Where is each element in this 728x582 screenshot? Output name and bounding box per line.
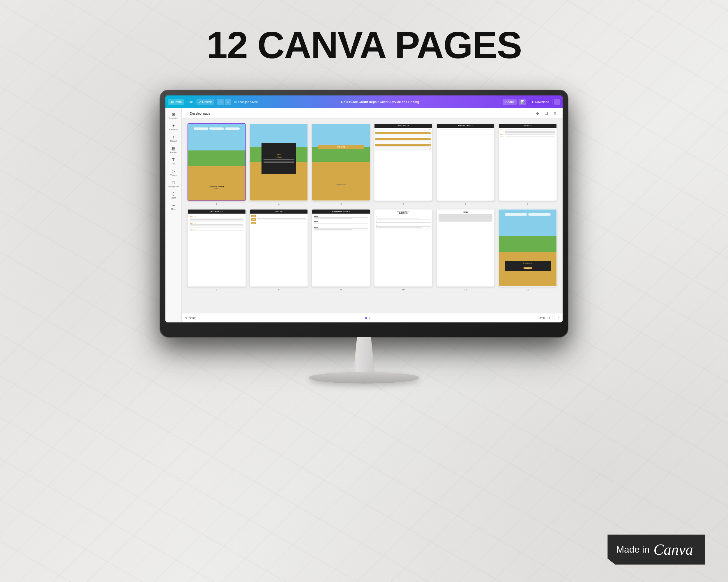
document-title[interactable]: Gold Black Credit Repair Client Service …	[259, 100, 501, 104]
page-9-thumbnail[interactable]: ADDITIONAL SERVICE $200	[312, 209, 370, 287]
page-7-thumbnail[interactable]: TESTIMONIALS ★★★★★ ★★★★★	[187, 209, 246, 287]
page-8-thumbnail[interactable]: TIMELINE 2020 2021	[250, 209, 308, 287]
page-10-title: QUESTIONS	[375, 212, 431, 214]
page-10-thumbnail[interactable]: FREQUENTLY ASKED QUESTIONS Q:	[374, 209, 433, 287]
page-dot-2[interactable]	[369, 317, 370, 319]
undo-redo-actions: ↩ ↪	[217, 99, 231, 105]
page-num-4: 4	[402, 202, 404, 205]
page-9-title: ADDITIONAL SERVICE	[313, 211, 369, 213]
sidebar-item-logos[interactable]: ⬡ Logos	[167, 190, 180, 200]
page-1-subtitle: GUIDES	[188, 187, 245, 189]
more-icon: ···	[172, 203, 175, 207]
page-thumb-8[interactable]: TIMELINE 2020 2021	[250, 209, 308, 291]
templates-icon: ⊞	[172, 112, 175, 117]
page-thumb-7[interactable]: TESTIMONIALS ★★★★★ ★★★★★	[187, 209, 246, 291]
page-6-thumbnail[interactable]: PROCESS step 1 step 2	[498, 123, 557, 201]
canva-sidebar: ⊞ Templates ✦ Elements ↑ Upload ▦ Photos	[165, 108, 182, 323]
text-icon: T	[172, 158, 175, 162]
elements-icon: ✦	[172, 123, 175, 128]
page-thumb-3[interactable]: WELCOME Signature here 3	[312, 123, 370, 205]
made-in-label: Made in	[616, 544, 649, 555]
notes-button[interactable]: ✎ Notes	[185, 316, 196, 320]
download-button[interactable]: ⬇ Download	[528, 99, 552, 105]
duplicate-icon[interactable]: ❐	[543, 110, 550, 117]
share-button[interactable]: Share	[503, 99, 517, 105]
page-dot-1[interactable]	[365, 317, 367, 319]
page-heading: 12 CANVA PAGES	[0, 23, 728, 67]
sidebar-item-upload[interactable]: ↑ Upload	[167, 133, 180, 143]
page-thumb-4[interactable]: PRICE SHEET $99 $00 $79 $00 $89 $99	[374, 123, 433, 205]
page-11-thumbnail[interactable]: NOTES	[437, 209, 495, 287]
page-thumb-10[interactable]: FREQUENTLY ASKED QUESTIONS Q:	[374, 209, 433, 291]
page-1-thumbnail[interactable]: Service & Pricing GUIDES	[187, 123, 246, 201]
bottombar-right: 34% ⊡ ⛶ ?	[539, 316, 559, 320]
sidebar-item-background[interactable]: ◻ Background	[167, 179, 180, 189]
page-thumb-9[interactable]: ADDITIONAL SERVICE $200	[312, 209, 370, 291]
sidebar-item-more[interactable]: ··· More	[167, 201, 180, 212]
page-indicator	[199, 317, 537, 319]
canva-script-label: Canva	[653, 541, 693, 558]
sidebar-item-photos[interactable]: ▦ Photos	[167, 145, 180, 155]
pages-grid: Service & Pricing GUIDES 1	[182, 119, 563, 313]
actionbar-right: ⊕ ❐ 🗑	[534, 110, 558, 117]
page-5-thumbnail[interactable]: SERVICES SHEET	[437, 123, 495, 201]
fit-screen-button[interactable]: ⊡	[547, 316, 550, 320]
page-num-12: 12	[526, 288, 529, 291]
resize-button[interactable]: ⤢ Resize	[196, 99, 214, 105]
undo-button[interactable]: ↩	[217, 99, 224, 105]
file-menu[interactable]: File	[186, 99, 194, 105]
monitor-stand-base	[309, 372, 419, 384]
sidebar-item-text[interactable]: T Text	[167, 156, 180, 166]
page-6-title: PROCESS	[500, 125, 555, 127]
background-icon: ◻	[172, 180, 175, 185]
page-5-title: SERVICES SHEET	[438, 125, 493, 127]
page-num-9: 9	[340, 288, 342, 291]
topbar-right-actions: Share 📊 ⬇ Download ···	[503, 99, 560, 105]
canva-topbar: ◀ Home File ⤢ Resize ↩ ↪ All changes sav…	[165, 95, 563, 108]
sidebar-item-templates[interactable]: ⊞ Templates	[167, 111, 180, 121]
help-button[interactable]: ?	[557, 316, 559, 320]
page-thumb-2[interactable]: TABLEOFCONTENT	[250, 123, 308, 205]
page-2-thumbnail[interactable]: TABLEOFCONTENT	[250, 123, 308, 201]
photos-icon: ▦	[172, 146, 175, 151]
page-12-thumbnail[interactable]: Be what you do. LEARN MORE	[498, 209, 557, 287]
monitor-wrapper: ◀ Home File ⤢ Resize ↩ ↪ All changes sav…	[160, 90, 568, 384]
canva-content-area: ☐ Deselect page ⊕ ❐ 🗑	[182, 108, 563, 323]
page-4-title: PRICE SHEET	[375, 125, 431, 127]
copy-icon[interactable]: ⊕	[534, 110, 541, 117]
page-num-11: 11	[464, 288, 467, 291]
page-8-title: TIMELINE	[251, 211, 307, 213]
page-thumb-12[interactable]: Be what you do. LEARN MORE 12	[498, 209, 557, 291]
upload-icon: ↑	[173, 135, 175, 139]
page-thumb-5[interactable]: SERVICES SHEET	[437, 123, 495, 205]
canva-bottombar: ✎ Notes 34% ⊡ ⛶ ?	[182, 313, 563, 323]
sidebar-item-videos[interactable]: ▷ Videos	[167, 167, 180, 177]
page-3-thumbnail[interactable]: WELCOME Signature here	[312, 123, 370, 201]
redo-button[interactable]: ↪	[225, 99, 231, 105]
page-thumb-1[interactable]: Service & Pricing GUIDES 1	[187, 123, 246, 205]
fullscreen-button[interactable]: ⛶	[552, 316, 555, 320]
monitor-bezel: ◀ Home File ⤢ Resize ↩ ↪ All changes sav…	[160, 90, 568, 337]
page-thumb-6[interactable]: PROCESS step 1 step 2	[498, 123, 557, 205]
page-num-3: 3	[340, 202, 342, 205]
download-icon: ⬇	[531, 100, 534, 104]
page-num-5: 5	[465, 202, 466, 205]
page-num-2: 2	[278, 202, 280, 205]
page-thumb-11[interactable]: NOTES	[437, 209, 495, 291]
sidebar-item-elements[interactable]: ✦ Elements	[167, 122, 180, 132]
notes-icon: ✎	[185, 316, 187, 320]
trash-icon[interactable]: 🗑	[551, 110, 558, 117]
home-button[interactable]: ◀ Home	[168, 99, 184, 105]
monitor-stand-neck	[346, 337, 382, 372]
page-3-signature: Signature here	[312, 183, 370, 185]
analytics-button[interactable]: 📊	[519, 99, 526, 105]
zoom-level: 34%	[539, 316, 545, 320]
page-12-quote: Be what you do.	[506, 262, 549, 264]
deselect-button[interactable]: ☐ Deselect page	[186, 111, 210, 115]
canva-main-area: ⊞ Templates ✦ Elements ↑ Upload ▦ Photos	[165, 108, 563, 323]
saved-status: All changes saved	[234, 101, 258, 104]
page-num-8: 8	[278, 288, 280, 291]
canva-actionbar: ☐ Deselect page ⊕ ❐ 🗑	[182, 108, 563, 119]
more-options-button[interactable]: ···	[554, 99, 560, 105]
page-4-thumbnail[interactable]: PRICE SHEET $99 $00 $79 $00 $89 $99	[374, 123, 433, 201]
